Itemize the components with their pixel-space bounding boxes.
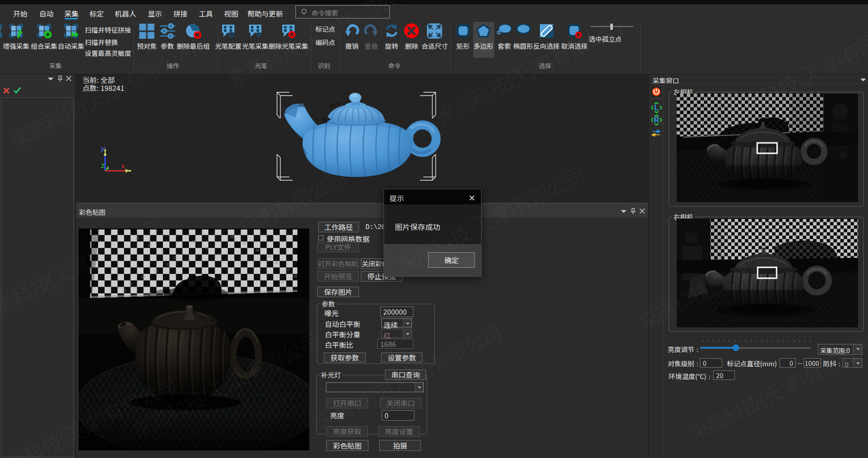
svg-text:19: 19	[256, 248, 260, 252]
svg-text:z: z	[101, 159, 105, 170]
svg-text:17: 17	[218, 253, 222, 256]
svg-text:21: 21	[268, 255, 272, 258]
svg-text:R: R	[654, 116, 660, 124]
svg-text:15: 15	[135, 237, 139, 240]
svg-text:31: 31	[129, 282, 133, 285]
svg-text:y: y	[100, 141, 106, 153]
svg-text:27: 27	[287, 268, 291, 271]
svg-text:33: 33	[123, 289, 126, 292]
svg-text:21: 21	[167, 263, 170, 266]
svg-text:13: 13	[192, 240, 196, 243]
svg-text:29: 29	[142, 275, 145, 279]
svg-text:31: 31	[281, 281, 285, 284]
svg-text:21: 21	[173, 256, 177, 259]
svg-text:x: x	[121, 160, 125, 170]
svg-text:17: 17	[243, 242, 247, 245]
svg-text:15: 15	[230, 235, 234, 238]
svg-text:19: 19	[161, 250, 164, 253]
svg-text:29: 29	[294, 274, 297, 278]
svg-text:L: L	[654, 104, 659, 112]
svg-text:25: 25	[275, 261, 278, 264]
svg-text:17: 17	[148, 243, 152, 247]
svg-text:15: 15	[205, 247, 209, 250]
svg-text:23: 23	[154, 269, 158, 273]
svg-text:33: 33	[287, 287, 291, 291]
